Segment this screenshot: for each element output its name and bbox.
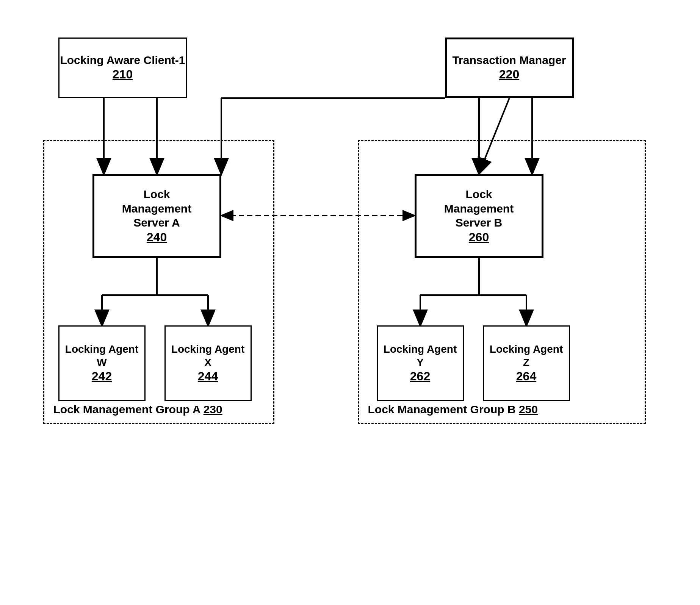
agent-y-box: Locking AgentY 262 [377, 325, 464, 401]
group-a-label: Lock Management Group A 230 [53, 403, 222, 416]
lock-server-b-box: LockManagementServer B 260 [415, 174, 543, 258]
client-box: Locking Aware Client-1 210 [58, 38, 187, 98]
group-b-id: 250 [519, 403, 538, 416]
agent-x-label: Locking AgentX [171, 342, 244, 369]
agent-w-box: Locking AgentW 242 [58, 325, 146, 401]
diagram: Lock Management Group A 230 Lock Managem… [28, 22, 672, 583]
agent-x-box: Locking AgentX 244 [164, 325, 252, 401]
agent-z-box: Locking AgentZ 264 [483, 325, 570, 401]
lock-server-a-box: LockManagementServer A 240 [92, 174, 221, 258]
client-id: 210 [113, 67, 133, 81]
group-b-label: Lock Management Group B 250 [368, 403, 538, 416]
agent-z-id: 264 [516, 369, 536, 383]
lock-server-a-label: LockManagementServer A [122, 187, 191, 230]
lock-server-a-id: 240 [147, 230, 167, 244]
group-a-id: 230 [204, 403, 222, 416]
lock-server-b-id: 260 [469, 230, 489, 244]
agent-w-label: Locking AgentW [65, 342, 138, 369]
agent-y-id: 262 [410, 369, 430, 383]
transaction-manager-id: 220 [499, 67, 519, 81]
agent-y-label: Locking AgentY [384, 342, 457, 369]
lock-server-b-label: LockManagementServer B [444, 187, 514, 230]
agent-x-id: 244 [198, 369, 218, 383]
transaction-manager-box: Transaction Manager 220 [445, 38, 574, 98]
agent-w-id: 242 [92, 369, 112, 383]
agent-z-label: Locking AgentZ [490, 342, 563, 369]
transaction-manager-label: Transaction Manager [452, 53, 566, 67]
client-label: Locking Aware Client-1 [60, 53, 185, 67]
